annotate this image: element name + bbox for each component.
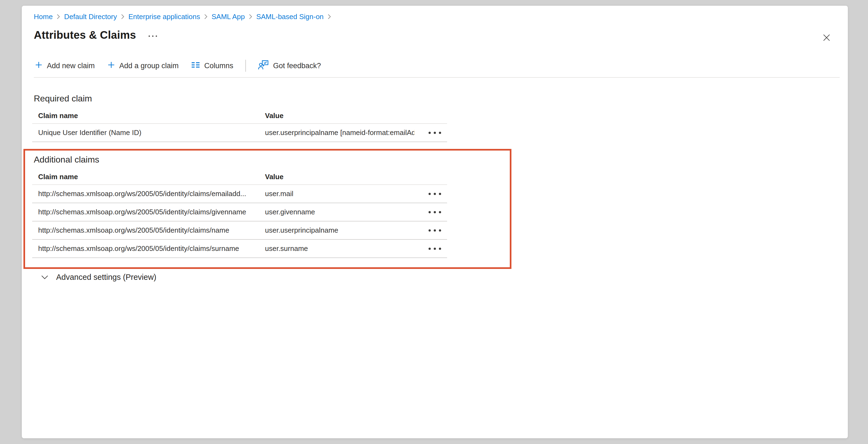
chevron-right-icon [248, 13, 253, 20]
add-new-claim-label: Add new claim [47, 62, 95, 70]
row-context-menu-button[interactable] [428, 227, 442, 234]
additional-claims-heading: Additional claims [34, 155, 836, 165]
advanced-settings-toggle[interactable]: Advanced settings (Preview) [40, 271, 158, 284]
chevron-right-icon [204, 13, 208, 20]
chevron-right-icon [121, 13, 125, 20]
claim-name-cell: http://schemas.xmlsoap.org/ws/2005/05/id… [32, 226, 259, 235]
table-row[interactable]: http://schemas.xmlsoap.org/ws/2005/05/id… [32, 240, 447, 258]
required-claim-table: Claim name Value Unique User Identifier … [32, 108, 447, 142]
row-context-menu-button[interactable] [428, 208, 442, 216]
advanced-settings-label: Advanced settings (Preview) [56, 273, 156, 282]
claim-value-cell: user.surname [259, 244, 414, 253]
claim-value-cell: user.userprincipalname [259, 226, 414, 235]
plus-icon [35, 61, 42, 71]
page-title: Attributes & Claims [34, 29, 136, 41]
table-row[interactable]: http://schemas.xmlsoap.org/ws/2005/05/id… [32, 203, 447, 221]
claim-name-cell: Unique User Identifier (Name ID) [32, 128, 259, 137]
add-group-claim-label: Add a group claim [119, 62, 179, 70]
close-button[interactable] [819, 31, 834, 45]
toolbar-divider [245, 60, 246, 72]
column-header-value: Value [259, 112, 414, 120]
close-icon [823, 34, 831, 42]
attributes-claims-panel: Home Default Directory Enterprise applic… [22, 6, 848, 438]
columns-button[interactable]: Columns [190, 59, 235, 72]
claim-name-cell: http://schemas.xmlsoap.org/ws/2005/05/id… [32, 208, 259, 216]
breadcrumb-link-enterprise-applications[interactable]: Enterprise applications [128, 12, 200, 21]
column-header-claim-name: Claim name [32, 112, 259, 120]
claim-name-cell: http://schemas.xmlsoap.org/ws/2005/05/id… [32, 244, 259, 253]
chevron-right-icon [327, 13, 332, 20]
breadcrumb-link-default-directory[interactable]: Default Directory [64, 12, 117, 21]
command-bar: Add new claim Add a group claim Columns [34, 58, 836, 74]
title-row: Attributes & Claims [34, 28, 836, 42]
add-group-claim-button[interactable]: Add a group claim [106, 59, 180, 72]
got-feedback-button[interactable]: Got feedback? [257, 58, 322, 73]
chevron-right-icon [56, 13, 61, 20]
got-feedback-label: Got feedback? [273, 62, 321, 70]
claim-value-cell: user.mail [259, 189, 414, 198]
additional-claims-table: Claim name Value http://schemas.xmlsoap.… [32, 169, 447, 258]
ellipsis-icon [149, 35, 150, 37]
columns-label: Columns [204, 62, 234, 70]
toolbar-separator [34, 77, 840, 78]
breadcrumb-link-saml-based-sign-on[interactable]: SAML-based Sign-on [256, 12, 323, 21]
ellipsis-icon [429, 132, 431, 134]
ellipsis-icon [429, 229, 431, 232]
breadcrumb: Home Default Directory Enterprise applic… [34, 12, 836, 22]
add-new-claim-button[interactable]: Add new claim [34, 59, 96, 72]
chevron-down-icon [41, 273, 49, 282]
row-context-menu-button[interactable] [428, 129, 442, 137]
ellipsis-icon [429, 193, 431, 195]
breadcrumb-link-home[interactable]: Home [34, 12, 53, 21]
table-row[interactable]: http://schemas.xmlsoap.org/ws/2005/05/id… [32, 185, 447, 203]
columns-icon [191, 61, 200, 71]
table-header-row: Claim name Value [32, 169, 447, 185]
required-claim-heading: Required claim [34, 93, 836, 103]
claim-value-cell: user.givenname [259, 208, 414, 216]
required-claim-section: Required claim Claim name Value Unique U… [34, 93, 836, 142]
ellipsis-icon [429, 211, 431, 213]
row-context-menu-button[interactable] [428, 190, 442, 198]
claim-name-cell: http://schemas.xmlsoap.org/ws/2005/05/id… [32, 189, 259, 198]
additional-claims-section: Additional claims Claim name Value http:… [34, 155, 836, 258]
table-header-row: Claim name Value [32, 108, 447, 124]
column-header-claim-name: Claim name [32, 173, 259, 181]
claim-value-cell: user.userprincipalname [nameid-format:em… [259, 128, 414, 137]
ellipsis-icon [429, 248, 431, 250]
table-row[interactable]: Unique User Identifier (Name ID) user.us… [32, 124, 447, 142]
table-row[interactable]: http://schemas.xmlsoap.org/ws/2005/05/id… [32, 221, 447, 240]
row-context-menu-button[interactable] [428, 245, 442, 253]
more-options-button[interactable] [148, 34, 158, 38]
breadcrumb-link-saml-app[interactable]: SAML App [212, 12, 245, 21]
column-header-value: Value [259, 173, 414, 181]
feedback-person-icon [258, 60, 269, 72]
plus-icon [107, 61, 115, 71]
